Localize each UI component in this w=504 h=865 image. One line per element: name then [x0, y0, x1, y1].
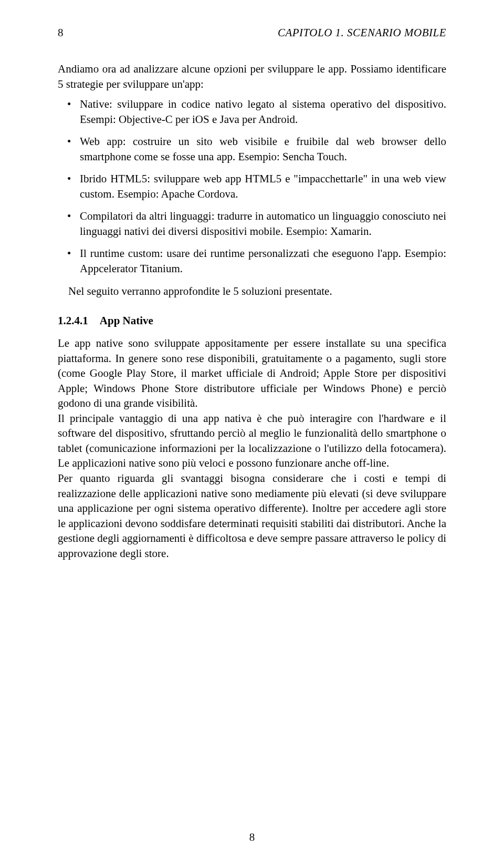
running-header: 8 CAPITOLO 1. SCENARIO MOBILE — [58, 26, 446, 39]
list-item: Native: sviluppare in codice nativo lega… — [58, 97, 446, 127]
subsection-heading: 1.2.4.1 App Native — [58, 314, 446, 327]
header-chapter-title: CAPITOLO 1. SCENARIO MOBILE — [278, 26, 446, 39]
after-bullets-paragraph: Nel seguito verranno approfondite le 5 s… — [68, 284, 446, 299]
body-paragraph-2: Il principale vantaggio di una app nativ… — [58, 412, 446, 470]
list-item: Il runtime custom: usare dei runtime per… — [58, 246, 446, 276]
list-item: Compilatori da altri linguaggi: tradurre… — [58, 209, 446, 239]
footer-page-number: 8 — [0, 831, 504, 844]
subsection-title: App Native — [100, 314, 153, 327]
intro-paragraph: Andiamo ora ad analizzare alcune opzioni… — [58, 61, 446, 91]
body-paragraph-3: Per quanto riguarda gli svantaggi bisogn… — [58, 472, 446, 560]
list-item: Web app: costruire un sito web visibile … — [58, 134, 446, 164]
subsection-number: 1.2.4.1 — [58, 314, 88, 327]
list-item: Ibrido HTML5: sviluppare web app HTML5 e… — [58, 171, 446, 201]
strategy-list: Native: sviluppare in codice nativo lega… — [58, 97, 446, 276]
header-chapter: CAPITOLO 1. — [278, 26, 344, 39]
body-paragraph-1: Le app native sono sviluppate appositame… — [58, 337, 446, 409]
header-title: SCENARIO MOBILE — [347, 26, 446, 39]
header-page-number: 8 — [58, 26, 64, 39]
body-text: Le app native sono sviluppate appositame… — [58, 336, 446, 561]
page: 8 CAPITOLO 1. SCENARIO MOBILE Andiamo or… — [0, 0, 504, 865]
